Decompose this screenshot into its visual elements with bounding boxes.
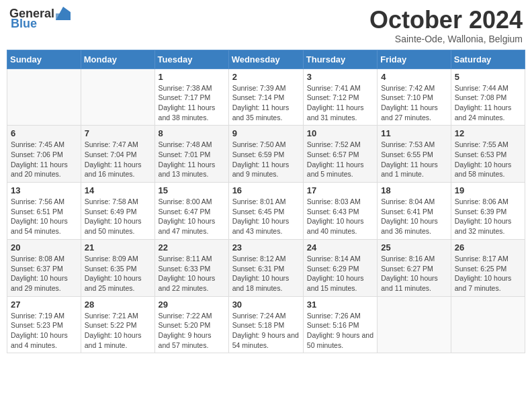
calendar-cell: 10Sunrise: 7:52 AMSunset: 6:57 PMDayligh… — [303, 126, 377, 183]
calendar-cell: 17Sunrise: 8:03 AMSunset: 6:43 PMDayligh… — [303, 183, 377, 240]
day-detail: Sunrise: 7:55 AMSunset: 6:53 PMDaylight:… — [455, 140, 521, 179]
day-detail: Sunrise: 7:42 AMSunset: 7:10 PMDaylight:… — [381, 83, 447, 123]
logo-blue-text: Blue — [11, 17, 37, 31]
day-detail: Sunrise: 8:00 AMSunset: 6:47 PMDaylight:… — [159, 197, 225, 236]
calendar-cell: 20Sunrise: 8:08 AMSunset: 6:37 PMDayligh… — [7, 239, 81, 296]
day-detail: Sunrise: 8:12 AMSunset: 6:31 PMDaylight:… — [232, 254, 300, 293]
day-number: 8 — [159, 128, 225, 138]
calendar-cell — [451, 296, 525, 353]
day-number: 10 — [307, 128, 373, 138]
day-detail: Sunrise: 7:41 AMSunset: 7:12 PMDaylight:… — [307, 83, 373, 123]
day-of-week-header: Friday — [378, 50, 451, 68]
day-detail: Sunrise: 8:17 AMSunset: 6:25 PMDaylight:… — [455, 254, 521, 293]
day-number: 5 — [455, 72, 521, 82]
calendar-week-row: 1Sunrise: 7:38 AMSunset: 7:17 PMDaylight… — [7, 68, 525, 126]
day-number: 16 — [232, 185, 300, 195]
day-number: 2 — [232, 72, 300, 82]
day-number: 3 — [307, 72, 373, 82]
day-detail: Sunrise: 8:14 AMSunset: 6:29 PMDaylight:… — [307, 254, 373, 293]
day-number: 14 — [85, 185, 151, 195]
calendar-week-row: 13Sunrise: 7:56 AMSunset: 6:51 PMDayligh… — [7, 183, 525, 240]
day-of-week-header: Monday — [81, 50, 154, 68]
calendar-cell: 22Sunrise: 8:11 AMSunset: 6:33 PMDayligh… — [154, 239, 228, 296]
day-number: 18 — [381, 185, 447, 195]
day-number: 4 — [381, 72, 447, 82]
calendar-cell: 14Sunrise: 7:58 AMSunset: 6:49 PMDayligh… — [81, 183, 154, 240]
calendar-cell: 30Sunrise: 7:24 AMSunset: 5:18 PMDayligh… — [228, 296, 303, 353]
calendar-cell: 7Sunrise: 7:47 AMSunset: 7:04 PMDaylight… — [81, 126, 154, 183]
calendar-cell: 3Sunrise: 7:41 AMSunset: 7:12 PMDaylight… — [303, 68, 377, 126]
day-detail: Sunrise: 8:04 AMSunset: 6:41 PMDaylight:… — [381, 197, 447, 236]
day-of-week-header: Saturday — [451, 50, 525, 68]
calendar-cell — [378, 296, 451, 353]
day-number: 29 — [159, 300, 225, 310]
location-subtitle: Sainte-Ode, Wallonia, Belgium — [369, 34, 523, 44]
calendar-cell: 15Sunrise: 8:00 AMSunset: 6:47 PMDayligh… — [154, 183, 228, 240]
month-title: October 2024 — [369, 7, 523, 34]
day-detail: Sunrise: 7:38 AMSunset: 7:17 PMDaylight:… — [159, 83, 225, 123]
calendar-cell: 25Sunrise: 8:16 AMSunset: 6:27 PMDayligh… — [378, 239, 451, 296]
page-header: General Blue October 2024 Sainte-Ode, Wa… — [7, 7, 525, 44]
logo-icon — [56, 7, 71, 20]
day-number: 17 — [307, 185, 373, 195]
calendar-week-row: 20Sunrise: 8:08 AMSunset: 6:37 PMDayligh… — [7, 239, 525, 296]
day-of-week-header: Thursday — [303, 50, 377, 68]
day-detail: Sunrise: 7:48 AMSunset: 7:01 PMDaylight:… — [159, 140, 225, 179]
calendar-cell — [7, 68, 81, 126]
day-detail: Sunrise: 7:45 AMSunset: 7:06 PMDaylight:… — [11, 140, 77, 179]
day-number: 20 — [11, 242, 77, 253]
calendar-cell: 13Sunrise: 7:56 AMSunset: 6:51 PMDayligh… — [7, 183, 81, 240]
calendar-table: SundayMondayTuesdayWednesdayThursdayFrid… — [7, 50, 525, 354]
calendar-cell: 5Sunrise: 7:44 AMSunset: 7:08 PMDaylight… — [451, 68, 525, 126]
day-detail: Sunrise: 7:22 AMSunset: 5:20 PMDaylight:… — [159, 311, 225, 351]
day-number: 28 — [85, 300, 151, 310]
day-number: 12 — [455, 128, 521, 138]
calendar-cell: 6Sunrise: 7:45 AMSunset: 7:06 PMDaylight… — [7, 126, 81, 183]
logo: General Blue — [9, 7, 71, 31]
day-detail: Sunrise: 7:24 AMSunset: 5:18 PMDaylight:… — [232, 311, 300, 351]
day-detail: Sunrise: 7:50 AMSunset: 6:59 PMDaylight:… — [232, 140, 300, 179]
day-detail: Sunrise: 7:56 AMSunset: 6:51 PMDaylight:… — [11, 197, 77, 236]
day-detail: Sunrise: 8:01 AMSunset: 6:45 PMDaylight:… — [232, 197, 300, 236]
day-number: 6 — [11, 128, 77, 138]
calendar-cell: 26Sunrise: 8:17 AMSunset: 6:25 PMDayligh… — [451, 239, 525, 296]
calendar-week-row: 27Sunrise: 7:19 AMSunset: 5:23 PMDayligh… — [7, 296, 525, 353]
calendar-header-row: SundayMondayTuesdayWednesdayThursdayFrid… — [7, 50, 525, 68]
day-number: 31 — [307, 300, 373, 310]
day-number: 11 — [381, 128, 447, 138]
calendar-cell: 8Sunrise: 7:48 AMSunset: 7:01 PMDaylight… — [154, 126, 228, 183]
day-detail: Sunrise: 8:09 AMSunset: 6:35 PMDaylight:… — [85, 254, 151, 293]
calendar-week-row: 6Sunrise: 7:45 AMSunset: 7:06 PMDaylight… — [7, 126, 525, 183]
day-detail: Sunrise: 7:44 AMSunset: 7:08 PMDaylight:… — [455, 83, 521, 123]
day-of-week-header: Wednesday — [228, 50, 303, 68]
day-number: 30 — [232, 300, 300, 310]
calendar-cell: 12Sunrise: 7:55 AMSunset: 6:53 PMDayligh… — [451, 126, 525, 183]
day-detail: Sunrise: 7:52 AMSunset: 6:57 PMDaylight:… — [307, 140, 373, 179]
day-detail: Sunrise: 7:47 AMSunset: 7:04 PMDaylight:… — [85, 140, 151, 179]
calendar-cell: 31Sunrise: 7:26 AMSunset: 5:16 PMDayligh… — [303, 296, 377, 353]
day-number: 21 — [85, 242, 151, 253]
day-detail: Sunrise: 7:19 AMSunset: 5:23 PMDaylight:… — [11, 311, 77, 351]
day-number: 19 — [455, 185, 521, 195]
calendar-cell: 9Sunrise: 7:50 AMSunset: 6:59 PMDaylight… — [228, 126, 303, 183]
calendar-cell: 21Sunrise: 8:09 AMSunset: 6:35 PMDayligh… — [81, 239, 154, 296]
day-detail: Sunrise: 7:26 AMSunset: 5:16 PMDaylight:… — [307, 311, 373, 351]
day-number: 13 — [11, 185, 77, 195]
calendar-cell: 23Sunrise: 8:12 AMSunset: 6:31 PMDayligh… — [228, 239, 303, 296]
day-number: 24 — [307, 242, 373, 253]
svg-marker-1 — [56, 13, 65, 20]
calendar-cell: 11Sunrise: 7:53 AMSunset: 6:55 PMDayligh… — [378, 126, 451, 183]
day-number: 27 — [11, 300, 77, 310]
day-detail: Sunrise: 7:21 AMSunset: 5:22 PMDaylight:… — [85, 311, 151, 351]
calendar-cell: 24Sunrise: 8:14 AMSunset: 6:29 PMDayligh… — [303, 239, 377, 296]
day-detail: Sunrise: 8:11 AMSunset: 6:33 PMDaylight:… — [159, 254, 225, 293]
day-number: 15 — [159, 185, 225, 195]
day-number: 1 — [159, 72, 225, 82]
day-detail: Sunrise: 8:06 AMSunset: 6:39 PMDaylight:… — [455, 197, 521, 236]
day-detail: Sunrise: 8:08 AMSunset: 6:37 PMDaylight:… — [11, 254, 77, 293]
calendar-cell: 29Sunrise: 7:22 AMSunset: 5:20 PMDayligh… — [154, 296, 228, 353]
calendar-cell: 16Sunrise: 8:01 AMSunset: 6:45 PMDayligh… — [228, 183, 303, 240]
calendar-cell: 27Sunrise: 7:19 AMSunset: 5:23 PMDayligh… — [7, 296, 81, 353]
day-number: 26 — [455, 242, 521, 253]
day-of-week-header: Sunday — [7, 50, 81, 68]
